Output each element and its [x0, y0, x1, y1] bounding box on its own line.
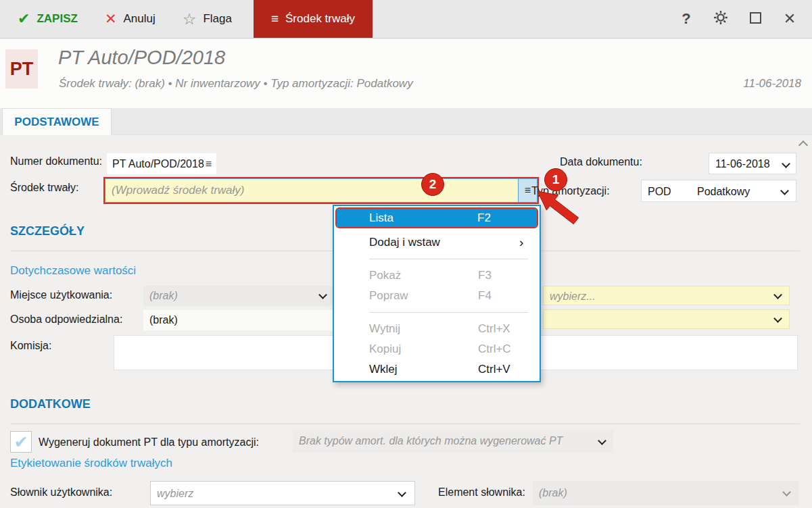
section-dodatkowe-title: DODATKOWE: [10, 397, 91, 411]
menu-item-lista[interactable]: Lista F2: [337, 209, 537, 227]
data-dokumentu-label: Data dokumentu:: [560, 156, 642, 168]
osoba-odpowiedzialna-value: (brak): [149, 314, 178, 326]
maximize-icon[interactable]: [747, 11, 763, 27]
right-dropdown-2[interactable]: [543, 309, 790, 329]
amortyzacja-dropdown[interactable]: Brak typów amort. dla których można wyge…: [293, 430, 613, 453]
menu-item-popraw[interactable]: Popraw F4: [335, 286, 538, 306]
check-icon: ✔: [18, 10, 30, 28]
menu-item-label: Wytnij: [369, 322, 400, 335]
menu-item-pokaz[interactable]: Pokaż F3: [335, 265, 538, 286]
submenu-arrow-icon: ›: [519, 232, 523, 253]
miejsce-uzytkowania-label: Miejsce użytkowania:: [10, 289, 112, 301]
numer-menu-icon[interactable]: ≡: [206, 153, 212, 174]
numer-dokumentu-value: PT Auto/POD/2018: [112, 158, 204, 170]
data-dokumentu-value: 11-06-2018: [715, 158, 770, 170]
close-icon[interactable]: ✕: [782, 10, 798, 28]
cancel-button[interactable]: ✕ Anuluj: [91, 0, 169, 38]
komisja-label: Komisja:: [10, 340, 51, 352]
flag-button[interactable]: ☆ Flaga: [169, 0, 245, 38]
cancel-button-label: Anuluj: [124, 12, 156, 26]
wygeneruj-pt-label: Wygeneruj dokument PT dla typu amortyzac…: [39, 436, 259, 449]
hamburger-icon: ≡: [271, 11, 279, 26]
slownik-placeholder: wybierz: [157, 488, 193, 499]
header-date: 11-06-2018: [743, 77, 801, 91]
window-controls: ? ✕: [678, 10, 812, 28]
save-button[interactable]: ✔ ZAPISZ: [4, 0, 91, 38]
slownik-uzytkownika-select[interactable]: wybierz: [150, 481, 415, 505]
dotychczasowe-wartosci-link[interactable]: Dotychczasowe wartości: [10, 264, 136, 278]
amortyzacja-dropdown-value: Brak typów amort. dla których można wyge…: [299, 435, 563, 447]
annotation-highlight-box: Lista F2: [335, 207, 538, 228]
slownik-uzytkownika-label: Słownik użytkownika:: [10, 486, 112, 499]
document-type-badge: PT: [5, 49, 38, 88]
menu-shortcut: Ctrl+X: [478, 319, 510, 339]
menu-item-kopiuj[interactable]: Kopiuj Ctrl+C: [335, 339, 538, 359]
menu-item-label: Kopiuj: [369, 342, 401, 355]
menu-shortcut: Ctrl+V: [478, 359, 510, 380]
typ-amortyzacji-select[interactable]: POD Podatkowy: [641, 180, 796, 202]
chevron-down-icon: [780, 186, 789, 195]
menu-item-label: Pokaż: [369, 269, 401, 282]
tab-podstawowe[interactable]: PODSTAWOWE: [2, 108, 112, 135]
right-dropdown-1-placeholder: wybierz...: [550, 290, 596, 302]
menu-item-dodaj-i-wstaw[interactable]: Dodaj i wstaw ›: [335, 232, 538, 253]
toolbar: ✔ ZAPISZ ✕ Anuluj ☆ Flaga ≡ Środek trwał…: [0, 0, 812, 39]
entity-button-label: Środek trwały: [285, 12, 355, 26]
menu-item-wklej[interactable]: Wklej Ctrl+V: [335, 359, 538, 380]
chevron-down-icon: [773, 290, 782, 299]
miejsce-uzytkowania-value: (brak): [149, 290, 178, 301]
entity-menu-button[interactable]: ≡ Środek trwały: [254, 0, 373, 38]
chevron-down-icon: [773, 314, 782, 323]
chevron-down-icon: [782, 159, 790, 168]
cancel-x-icon: ✕: [105, 11, 117, 27]
annotation-step-1: 1: [544, 168, 567, 191]
etykietowanie-link[interactable]: Etykietowanie środków trwałych: [10, 457, 172, 470]
document-header: PT PT Auto/POD/2018 Środek trwały: (brak…: [0, 39, 812, 108]
checkmark-icon: ✔: [14, 432, 28, 451]
menu-item-label: Dodaj i wstaw: [369, 236, 440, 249]
chevron-down-icon: [598, 436, 606, 445]
srodek-trwaly-field-group: (Wprowadź środek trwały) ≡: [105, 178, 538, 203]
chevron-down-icon: [318, 290, 327, 299]
save-button-label: ZAPISZ: [37, 12, 77, 26]
chevron-down-icon: [782, 488, 791, 497]
menu-item-wytnij[interactable]: Wytnij Ctrl+X: [335, 319, 538, 339]
numer-dokumentu-input[interactable]: PT Auto/POD/2018 ≡: [107, 153, 216, 174]
srodek-trwaly-label: Środek trwały:: [10, 182, 78, 194]
context-menu: Lista F2 Dodaj i wstaw › Pokaż F3 Popraw…: [333, 205, 541, 382]
scroll-up-icon[interactable]: [798, 141, 808, 150]
wygeneruj-pt-checkbox[interactable]: ✔: [10, 431, 32, 453]
menu-item-label: Lista: [369, 211, 393, 224]
osoba-odpowiedzialna-field[interactable]: (brak): [143, 310, 333, 330]
application-window: ✔ ZAPISZ ✕ Anuluj ☆ Flaga ≡ Środek trwał…: [0, 0, 812, 508]
menu-shortcut: F3: [478, 265, 492, 286]
menu-shortcut: F4: [478, 286, 492, 306]
typ-amortyzacji-code: POD: [648, 180, 671, 203]
star-icon: ☆: [183, 10, 197, 28]
annotation-field-box: (Wprowadź środek trwały) ≡: [103, 177, 539, 204]
osoba-odpowiedzialna-label: Osoba odpowiedzialna:: [10, 313, 122, 326]
annotation-step-2: 2: [421, 173, 444, 196]
element-slownika-select[interactable]: (brak): [533, 481, 799, 505]
gear-icon[interactable]: [713, 10, 729, 28]
chevron-down-icon: [398, 488, 406, 497]
flag-button-label: Flaga: [203, 12, 232, 26]
srodek-trwaly-input[interactable]: (Wprowadź środek trwały): [105, 179, 518, 202]
help-icon[interactable]: ?: [678, 10, 694, 28]
tab-bar: PODSTAWOWE: [0, 108, 812, 135]
document-subtitle: Środek trwały: (brak) • Nr inwentarzowy …: [59, 77, 413, 91]
right-dropdown-1[interactable]: wybierz...: [543, 286, 790, 305]
numer-dokumentu-label: Numer dokumentu:: [10, 155, 102, 168]
menu-item-label: Popraw: [369, 289, 408, 302]
element-slownika-value: (brak): [539, 487, 567, 499]
page-title: PT Auto/POD/2018: [58, 47, 225, 69]
section-divider: [10, 424, 800, 424]
data-dokumentu-picker[interactable]: 11-06-2018: [709, 153, 796, 174]
menu-shortcut: Ctrl+C: [478, 339, 511, 359]
miejsce-uzytkowania-select[interactable]: (brak): [143, 286, 333, 306]
menu-shortcut: F2: [477, 209, 491, 227]
typ-amortyzacji-value: Podatkowy: [697, 180, 750, 203]
section-szczegoly-title: SZCZEGÓŁY: [10, 224, 85, 238]
menu-divider: [369, 259, 528, 259]
menu-item-label: Wklej: [369, 363, 398, 376]
